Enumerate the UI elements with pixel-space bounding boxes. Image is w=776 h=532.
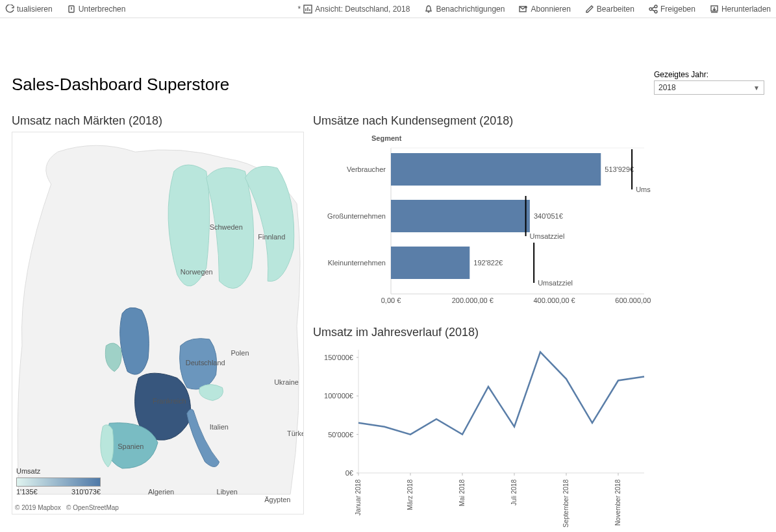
- svg-rect-36: [391, 153, 601, 186]
- map-legend-bar: [16, 478, 101, 487]
- svg-rect-46: [391, 247, 469, 279]
- svg-text:Libyen: Libyen: [217, 488, 238, 496]
- svg-text:Kleinunternehmen: Kleinunternehmen: [328, 259, 386, 267]
- svg-text:50'000€: 50'000€: [328, 431, 353, 439]
- map-title: Umsatz nach Märkten (2018): [12, 114, 304, 128]
- svg-text:Algerien: Algerien: [148, 488, 174, 496]
- svg-rect-41: [391, 200, 530, 232]
- svg-text:100'000€: 100'000€: [324, 392, 353, 400]
- map-legend-max: 310'073€: [71, 488, 101, 496]
- svg-point-8: [649, 8, 652, 10]
- refresh-label: tualisieren: [17, 5, 53, 14]
- pause-label: Unterbrechen: [79, 5, 126, 14]
- svg-text:Umsatzziel: Umsatzziel: [530, 232, 565, 240]
- view-button[interactable]: * Ansicht: Deutschland, 2018: [298, 5, 410, 14]
- map-credit-mapbox: © 2019 Mapbox: [15, 504, 61, 511]
- svg-text:Januar 2018: Januar 2018: [355, 479, 362, 516]
- dashboard: Sales-Dashboard Superstore Gezeigtes Jah…: [0, 18, 776, 532]
- svg-text:September 2018: September 2018: [562, 479, 569, 527]
- line-chart-panel: Umsatz im Jahresverlauf (2018) 0€50'000€…: [313, 326, 764, 532]
- svg-text:Frankreich: Frankreich: [153, 397, 186, 405]
- map-svg: Schweden Finnland Norwegen Deutschland P…: [12, 132, 303, 514]
- map-legend-min: 1'135€: [16, 488, 38, 496]
- svg-line-10: [652, 7, 655, 8]
- svg-text:November 2018: November 2018: [614, 479, 621, 526]
- bar-chart[interactable]: Segment0,00 €200.000,00 €400.000,00 €600…: [313, 132, 651, 310]
- year-filter: Gezeigtes Jahr: 2018 ▼: [654, 70, 764, 95]
- bar-chart-panel: Umsätze nach Kundensegment (2018) Segmen…: [313, 114, 764, 313]
- svg-text:400.000,00 €: 400.000,00 €: [533, 296, 575, 304]
- bar-chart-title: Umsätze nach Kundensegment (2018): [313, 114, 764, 128]
- year-selected-value: 2018: [658, 83, 676, 92]
- mail-plus-icon: [519, 5, 528, 14]
- edit-button[interactable]: Bearbeiten: [585, 5, 634, 14]
- svg-point-9: [655, 10, 657, 13]
- edit-label: Bearbeiten: [597, 5, 634, 14]
- share-label: Freigeben: [660, 5, 695, 14]
- svg-text:513'929€: 513'929€: [605, 165, 634, 173]
- svg-text:340'051€: 340'051€: [534, 212, 563, 220]
- svg-text:Ukraine: Ukraine: [274, 378, 299, 386]
- svg-text:Türkei: Türkei: [287, 429, 303, 437]
- svg-text:Finnland: Finnland: [258, 233, 285, 241]
- svg-line-11: [652, 10, 655, 11]
- svg-text:Verbraucher: Verbraucher: [347, 165, 386, 173]
- svg-text:Norwegen: Norwegen: [181, 268, 213, 276]
- view-prefix: *: [298, 5, 301, 14]
- svg-point-7: [655, 5, 657, 8]
- svg-text:Ägypten: Ägypten: [264, 496, 290, 503]
- svg-text:Mai 2018: Mai 2018: [458, 479, 466, 507]
- svg-text:600.000,00 €: 600.000,00 €: [615, 296, 651, 304]
- svg-text:Segment: Segment: [371, 134, 402, 142]
- subscribe-button[interactable]: Abonnieren: [519, 5, 570, 14]
- map-legend: Umsatz 1'135€ 310'073€: [16, 467, 101, 496]
- toolbar: tualisieren Unterbrechen * Ansicht: Deut…: [0, 0, 776, 18]
- line-chart[interactable]: 0€50'000€100'000€150'000€Januar 2018März…: [313, 343, 651, 531]
- svg-text:Großunternehmen: Großunternehmen: [327, 212, 386, 220]
- year-filter-label: Gezeigtes Jahr:: [654, 70, 764, 79]
- download-icon: [710, 5, 719, 14]
- svg-text:Deutschland: Deutschland: [186, 359, 225, 367]
- view-label: Ansicht: Deutschland, 2018: [315, 5, 410, 14]
- svg-text:Umsatzziel: Umsatzziel: [636, 186, 651, 193]
- bell-icon: [424, 5, 433, 14]
- refresh-icon: [5, 5, 14, 14]
- svg-text:150'000€: 150'000€: [324, 354, 353, 361]
- map-legend-title: Umsatz: [16, 467, 101, 475]
- share-icon: [649, 5, 658, 14]
- line-chart-title: Umsatz im Jahresverlauf (2018): [313, 326, 764, 339]
- map-view[interactable]: Schweden Finnland Norwegen Deutschland P…: [12, 132, 304, 514]
- notifications-button[interactable]: Benachrichtigungen: [424, 5, 505, 14]
- dashboard-title: Sales-Dashboard Superstore: [12, 75, 229, 95]
- pencil-icon: [585, 5, 594, 14]
- share-button[interactable]: Freigeben: [649, 5, 695, 14]
- svg-text:März 2018: März 2018: [407, 479, 414, 511]
- svg-text:Schweden: Schweden: [210, 223, 243, 231]
- svg-text:Italien: Italien: [210, 423, 229, 431]
- svg-text:200.000,00 €: 200.000,00 €: [452, 296, 494, 304]
- map-credit-osm: © OpenStreetMap: [66, 504, 119, 511]
- chart-icon: [303, 5, 312, 14]
- svg-text:Polen: Polen: [231, 349, 249, 357]
- svg-text:Spanien: Spanien: [118, 442, 144, 450]
- download-button[interactable]: Herunterladen: [710, 5, 771, 14]
- subscribe-label: Abonnieren: [531, 5, 570, 14]
- refresh-button[interactable]: tualisieren: [5, 5, 53, 14]
- chevron-down-icon: ▼: [753, 84, 760, 91]
- svg-text:Juli 2018: Juli 2018: [510, 479, 518, 505]
- pause-button[interactable]: Unterbrechen: [67, 5, 126, 14]
- download-label: Herunterladen: [721, 5, 771, 14]
- svg-text:0€: 0€: [345, 469, 353, 477]
- svg-text:0,00 €: 0,00 €: [381, 296, 401, 304]
- notifications-label: Benachrichtigungen: [436, 5, 505, 14]
- svg-text:Umsatzziel: Umsatzziel: [538, 279, 573, 287]
- year-select[interactable]: 2018 ▼: [654, 80, 764, 95]
- svg-text:192'822€: 192'822€: [473, 259, 503, 267]
- pause-icon: [67, 5, 76, 14]
- map-credits: © 2019 Mapbox © OpenStreetMap: [15, 504, 119, 511]
